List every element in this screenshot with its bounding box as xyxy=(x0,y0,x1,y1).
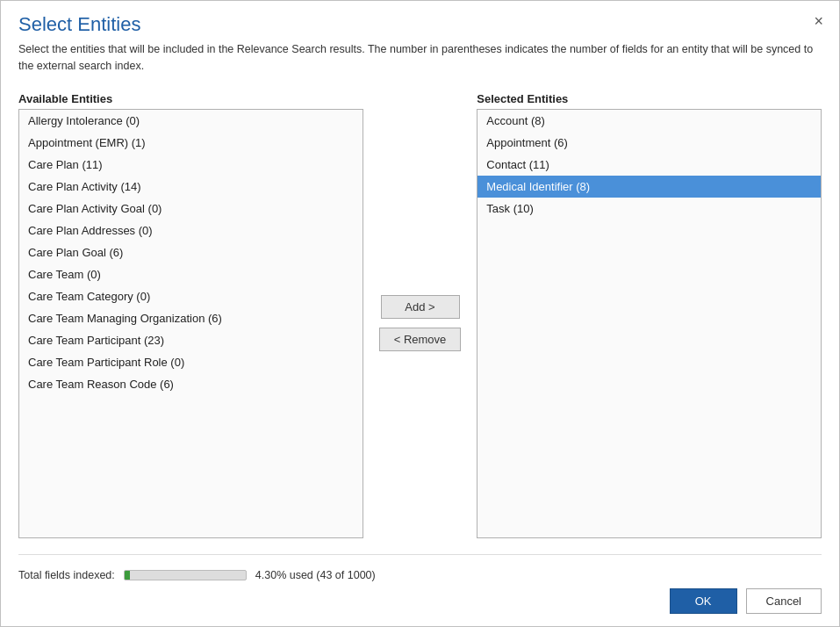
list-item[interactable]: Care Plan Activity Goal (0) xyxy=(19,198,363,220)
progress-text: 4.30% used (43 of 1000) xyxy=(255,569,376,581)
ok-button[interactable]: OK xyxy=(670,588,737,614)
list-item[interactable]: Care Team (0) xyxy=(19,263,363,285)
dialog-body: Available Entities Allergy Intolerance (… xyxy=(1,82,839,546)
available-entities-list[interactable]: Allergy Intolerance (0)Appointment (EMR)… xyxy=(18,109,363,539)
list-item[interactable]: Care Plan (11) xyxy=(19,154,363,176)
list-item[interactable]: Medical Identifier (8) xyxy=(477,176,821,198)
list-item[interactable]: Task (10) xyxy=(477,198,821,220)
list-item[interactable]: Care Team Participant (23) xyxy=(19,329,363,351)
dialog-description: Select the entities that will be include… xyxy=(18,41,822,75)
available-entities-panel: Available Entities Allergy Intolerance (… xyxy=(18,92,363,539)
list-item[interactable]: Care Team Managing Organization (6) xyxy=(19,307,363,329)
add-button[interactable]: Add > xyxy=(381,295,460,319)
list-item[interactable]: Care Plan Activity (14) xyxy=(19,176,363,198)
dialog-footer: Total fields indexed: 4.30% used (43 of … xyxy=(1,545,839,626)
available-entities-label: Available Entities xyxy=(18,92,363,105)
remove-button[interactable]: < Remove xyxy=(379,328,462,351)
list-item[interactable]: Contact (11) xyxy=(477,154,821,176)
dialog-title: Select Entities xyxy=(18,13,822,36)
select-entities-dialog: × Select Entities Select the entities th… xyxy=(0,0,840,627)
dialog-header: Select Entities Select the entities that… xyxy=(1,1,839,82)
footer-divider xyxy=(18,554,822,555)
selected-entities-label: Selected Entities xyxy=(477,92,822,105)
selected-entities-panel: Selected Entities Account (8)Appointment… xyxy=(477,92,822,539)
list-item[interactable]: Care Plan Addresses (0) xyxy=(19,220,363,241)
list-item[interactable]: Care Team Reason Code (6) xyxy=(19,373,363,395)
footer-buttons: OK Cancel xyxy=(18,588,822,614)
list-item[interactable]: Appointment (6) xyxy=(477,132,821,154)
progress-row: Total fields indexed: 4.30% used (43 of … xyxy=(18,569,822,581)
progress-bar-fill xyxy=(125,571,130,580)
transfer-buttons: Add > < Remove xyxy=(363,108,477,539)
list-item[interactable]: Care Team Participant Role (0) xyxy=(19,351,363,373)
list-item[interactable]: Care Plan Goal (6) xyxy=(19,241,363,263)
cancel-button[interactable]: Cancel xyxy=(746,588,822,614)
list-item[interactable]: Care Team Category (0) xyxy=(19,285,363,307)
list-item[interactable]: Allergy Intolerance (0) xyxy=(19,110,363,132)
close-button[interactable]: × xyxy=(814,13,823,29)
selected-entities-list[interactable]: Account (8)Appointment (6)Contact (11)Me… xyxy=(477,109,822,539)
progress-bar-container xyxy=(124,570,247,580)
list-item[interactable]: Appointment (EMR) (1) xyxy=(19,132,363,154)
list-item[interactable]: Account (8) xyxy=(477,110,821,132)
progress-label: Total fields indexed: xyxy=(18,569,115,581)
